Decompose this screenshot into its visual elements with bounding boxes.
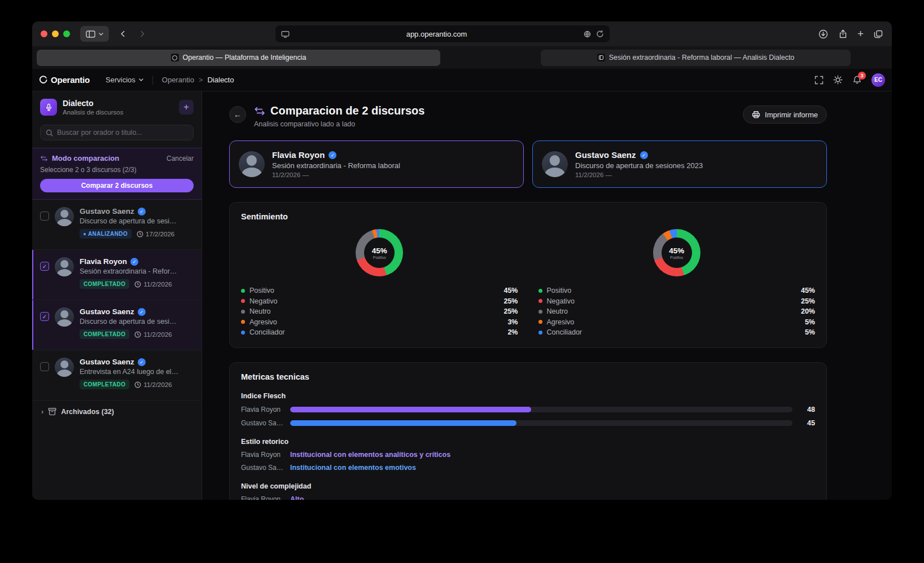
sidebar-search[interactable] [40, 125, 194, 140]
speaker-avatar [55, 207, 74, 226]
speech-checkbox[interactable] [40, 312, 49, 321]
speech-list-item[interactable]: Gustavo Saenz ✓ Discurso de apertura de … [32, 200, 202, 250]
share-icon[interactable] [838, 29, 847, 38]
donut-center-label: Positivo [670, 256, 683, 259]
verified-icon: ✓ [138, 308, 146, 316]
theme-toggle-icon[interactable] [833, 75, 843, 85]
compare-icon [40, 155, 48, 162]
speech-checkbox[interactable] [40, 262, 49, 271]
operantio-logo[interactable]: Operantio [39, 75, 90, 85]
new-tab-icon[interactable]: + [857, 28, 864, 39]
verified-icon: ✓ [329, 151, 336, 159]
speaker-name: Gustavo Saenz [80, 207, 134, 215]
tab-overview-icon[interactable] [874, 30, 883, 38]
notifications-bell-icon[interactable]: 3 [852, 75, 862, 85]
flesch-heading: Indice Flesch [241, 392, 815, 400]
add-speech-button[interactable]: + [179, 100, 194, 115]
page-subtitle: Analisis comparativo lado a lado [254, 120, 424, 128]
status-badge: COMPLETADO [80, 279, 129, 289]
legend-dot [538, 331, 542, 335]
compare-button[interactable]: Comparar 2 discursos [40, 179, 194, 192]
cancel-comparison-link[interactable]: Cancelar [167, 155, 194, 162]
traffic-lights [41, 30, 70, 37]
archived-label: Archivados (32) [61, 408, 114, 416]
speech-list-item[interactable]: Flavia Royon ✓ Sesión extraordinaria - R… [32, 250, 202, 300]
tab-favicon [171, 54, 179, 61]
speech-checkbox[interactable] [40, 362, 49, 371]
speech-title: Discurso de apertura de sesi… [80, 217, 194, 225]
speaker-avatar [55, 257, 74, 276]
speech-title: Entrevista en A24 luego de el… [80, 368, 194, 376]
address-bar[interactable]: app.operantio.com [275, 25, 610, 42]
nav-servicios-label: Servicios [106, 76, 135, 84]
notification-badge: 3 [858, 72, 866, 80]
microphone-icon [40, 99, 57, 116]
speech-card-flavia[interactable]: Flavia Royon ✓ Sesión extraordinaria - R… [229, 140, 524, 188]
back-button[interactable] [116, 27, 130, 41]
speech-date: 11/2/2026 [134, 381, 172, 388]
complexity-value: Alto [290, 495, 304, 500]
tab-operantio[interactable]: Operantio — Plataforma de Inteligencia [37, 50, 440, 66]
verified-icon: ✓ [138, 358, 146, 366]
style-value: Institucional con elementos analíticos y… [290, 451, 450, 459]
speaker-avatar [542, 151, 568, 177]
reload-icon[interactable] [596, 30, 604, 38]
zoom-window-button[interactable] [63, 30, 70, 37]
verified-icon: ✓ [640, 151, 648, 159]
archived-section-toggle[interactable]: › Archivados (32) [32, 401, 202, 423]
back-button-main[interactable]: ← [229, 106, 246, 123]
flesch-bar-track [290, 407, 792, 412]
forward-button[interactable] [135, 27, 150, 41]
speech-card-gustavo[interactable]: Gustavo Saenz ✓ Discurso de apertura de … [532, 140, 827, 188]
speech-checkbox[interactable] [40, 212, 49, 221]
chevron-right-icon: › [41, 408, 43, 416]
speaker-avatar [55, 307, 74, 327]
breadcrumb-separator: > [199, 76, 203, 84]
tab-sesion-extraordinaria[interactable]: Sesión extraordinaria - Reforma laboral … [541, 50, 851, 66]
nav-servicios[interactable]: Servicios [106, 76, 143, 84]
breadcrumb-root[interactable]: Operantio [162, 76, 194, 84]
minimize-window-button[interactable] [52, 30, 59, 37]
close-window-button[interactable] [41, 30, 47, 37]
legend-row: Conciliador5% [538, 327, 816, 338]
breadcrumb-current: Dialecto [207, 76, 234, 84]
logo-mark-icon [39, 76, 47, 84]
speech-title: Discurso de apertura de sesiones 2023 [575, 161, 703, 170]
printer-icon [752, 111, 760, 119]
search-input[interactable] [57, 129, 188, 137]
speech-date: 17/2/2026 [137, 231, 174, 237]
legend-dot [241, 289, 245, 293]
main-content: ← Comparacion de 2 discursos Analisis co… [202, 91, 892, 500]
speech-date: 11/2/2026 — [575, 171, 703, 178]
page-title: Comparacion de 2 discursos [270, 104, 424, 117]
logo-text: Operantio [51, 75, 90, 85]
translate-icon[interactable] [584, 30, 591, 38]
legend-dot [241, 310, 245, 314]
legend-row: Negativo25% [538, 296, 816, 307]
sidebar: Dialecto Analisis de discursos + Modo co… [32, 91, 202, 500]
url-text[interactable]: app.operantio.com [290, 30, 584, 38]
print-report-button[interactable]: Imprimir informe [743, 105, 827, 124]
legend-dot [241, 331, 245, 335]
donut-center-value: 45% [669, 247, 684, 255]
compare-icon [254, 106, 265, 116]
speech-date: 11/2/2026 — [272, 171, 400, 178]
sentiment-column-flavia: 45% Positivo Positivo45% Negativo25% Neu… [241, 229, 518, 338]
flesch-row: Gustavo Sa… 45 [241, 419, 815, 427]
speech-list-item[interactable]: Gustavo Saenz ✓ Discurso de apertura de … [32, 300, 202, 350]
downloads-icon[interactable] [818, 29, 828, 39]
tab-favicon [597, 54, 605, 61]
fullscreen-icon[interactable] [814, 76, 824, 85]
sidebar-toggle-button[interactable] [80, 26, 109, 42]
flesch-row: Flavia Royon 48 [241, 406, 815, 414]
flesch-bar-track [290, 420, 792, 426]
user-avatar[interactable]: EC [872, 73, 885, 87]
speech-list-item[interactable]: Gustavo Saenz ✓ Entrevista en A24 luego … [32, 350, 202, 401]
sentiment-legend: Positivo45% Negativo25% Neutro25% Agresi… [241, 285, 518, 338]
legend-dot [538, 289, 542, 293]
speech-date: 11/2/2026 [134, 331, 172, 338]
sidebar-header: Dialecto Analisis de discursos + [32, 91, 202, 121]
clock-icon [134, 381, 141, 388]
speaker-name: Gustavo Saenz [575, 150, 636, 160]
comparison-mode-panel: Modo comparacion Cancelar Seleccione 2 o… [32, 148, 202, 200]
